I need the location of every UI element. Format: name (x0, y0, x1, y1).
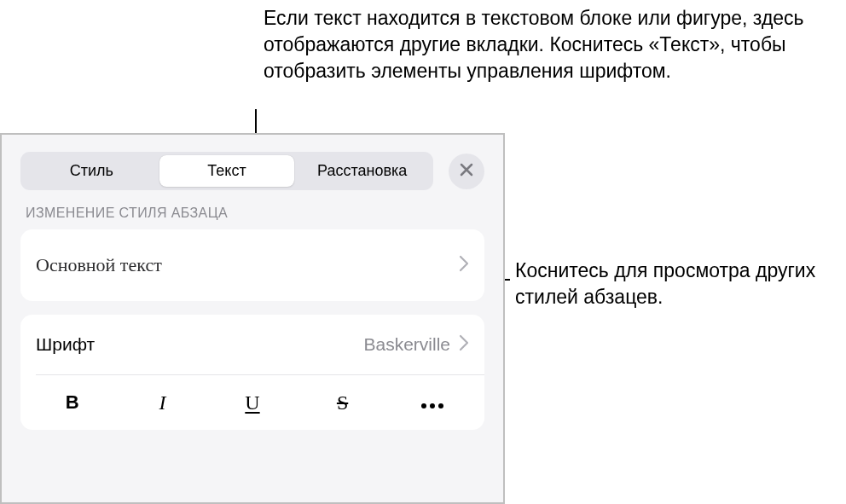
tab-arrange[interactable]: Расстановка (294, 155, 430, 187)
close-button[interactable] (449, 154, 484, 189)
svg-point-2 (438, 403, 443, 408)
svg-point-1 (430, 403, 435, 408)
segmented-control: Стиль Текст Расстановка (20, 152, 433, 190)
font-row[interactable]: Шрифт Baskerville (20, 315, 484, 374)
callout-top-text: Если текст находится в текстовом блоке и… (264, 5, 809, 84)
chevron-right-icon (459, 334, 469, 355)
italic-button[interactable]: I (118, 392, 208, 413)
section-label-paragraph-style: ИЗМЕНЕНИЕ СТИЛЯ АБЗАЦА (26, 206, 479, 221)
tab-style[interactable]: Стиль (24, 155, 159, 187)
font-value: Baskerville (363, 334, 450, 355)
underline-icon: U (245, 392, 259, 413)
font-card: Шрифт Baskerville B I U (20, 315, 484, 430)
svg-point-0 (421, 403, 426, 408)
close-icon (459, 162, 474, 181)
italic-icon: I (159, 392, 165, 413)
strikethrough-button[interactable]: S (298, 392, 388, 413)
text-format-row: B I U S (20, 375, 484, 430)
underline-button[interactable]: U (207, 392, 298, 413)
more-icon (420, 391, 444, 414)
format-panel: Стиль Текст Расстановка ИЗМЕНЕНИЕ СТИЛЯ … (0, 133, 505, 504)
paragraph-style-row[interactable]: Основной текст (20, 229, 484, 301)
tab-row: Стиль Текст Расстановка (20, 152, 484, 190)
bold-icon: B (66, 393, 79, 412)
bold-button[interactable]: B (27, 393, 118, 412)
chevron-right-icon (459, 255, 469, 275)
font-label: Шрифт (36, 334, 95, 355)
callout-right-text: Коснитесь для просмотра других стилей аб… (515, 258, 839, 310)
tab-text[interactable]: Текст (159, 155, 295, 187)
paragraph-style-value: Основной текст (36, 254, 162, 276)
more-options-button[interactable] (387, 391, 478, 414)
strikethrough-icon: S (337, 392, 348, 413)
paragraph-style-card: Основной текст (20, 229, 484, 301)
